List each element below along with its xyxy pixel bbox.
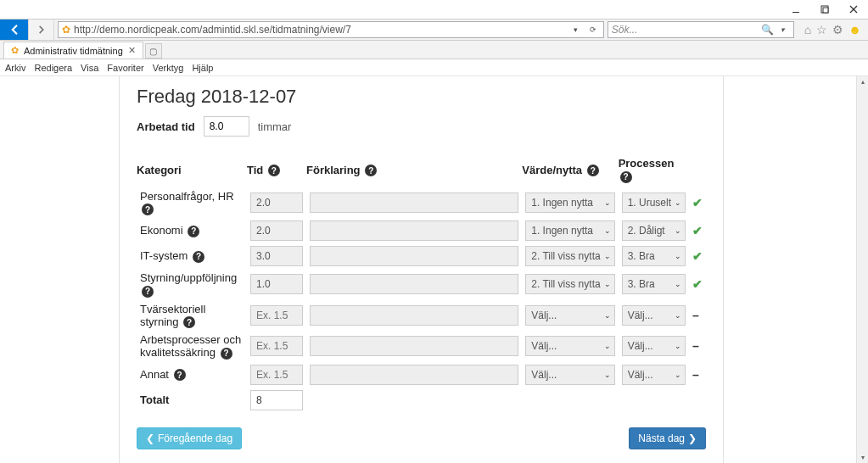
window-restore-button[interactable] (810, 0, 839, 19)
varde-select[interactable]: 2. Till viss nytta⌄ (525, 274, 614, 294)
search-engine-dropdown-icon[interactable]: ▾ (776, 25, 790, 34)
vertical-scrollbar[interactable]: ▴ ▾ (856, 76, 868, 463)
tid-input[interactable] (250, 336, 303, 356)
feedback-icon[interactable]: ☻ (848, 23, 861, 36)
window-close-button[interactable] (839, 0, 868, 19)
forklaring-input[interactable] (310, 192, 518, 213)
menu-visa[interactable]: Visa (81, 63, 98, 73)
menu-hjalp[interactable]: Hjälp (192, 63, 213, 73)
status-ok-icon: ✔ (692, 224, 703, 237)
status-ok-icon: ✔ (692, 249, 703, 263)
tools-icon[interactable]: ⚙ (832, 23, 843, 36)
varde-value: Välj... (531, 340, 557, 352)
chevron-down-icon: ⌄ (604, 252, 611, 260)
forklaring-input[interactable] (310, 274, 518, 294)
tid-input[interactable] (250, 274, 303, 294)
browser-search-input[interactable]: Sök... 🔍 ▾ (608, 21, 794, 38)
prev-day-button[interactable]: ❮ Föregående dag (137, 427, 242, 449)
totals-row: Totalt (137, 390, 706, 410)
address-bar[interactable]: ✿ http://demo.nordicpeak.com/admintid.sk… (58, 21, 604, 38)
next-day-button[interactable]: Nästa dag ❯ (629, 427, 706, 449)
scroll-down-icon[interactable]: ▾ (861, 454, 865, 461)
processen-select[interactable]: 1. Uruselt⌄ (622, 192, 686, 213)
home-icon[interactable]: ⌂ (804, 23, 811, 36)
forklaring-input[interactable] (310, 365, 518, 385)
forklaring-input[interactable] (310, 305, 518, 326)
tab-close-icon[interactable]: ✕ (128, 45, 136, 56)
processen-value: Välj... (628, 369, 653, 381)
processen-select[interactable]: 2. Dåligt⌄ (622, 220, 686, 241)
browser-nav-bar: ✿ http://demo.nordicpeak.com/admintid.sk… (0, 19, 868, 41)
menu-favoriter[interactable]: Favoriter (107, 63, 143, 73)
tid-input[interactable] (250, 305, 303, 326)
processen-value: Välj... (628, 340, 653, 352)
chevron-down-icon: ⌄ (604, 226, 611, 235)
tid-input[interactable] (250, 192, 303, 213)
varde-select[interactable]: 2. Till viss nytta⌄ (525, 246, 614, 266)
processen-value: 3. Bra (628, 278, 655, 290)
varde-select[interactable]: Välj...⌄ (525, 305, 614, 326)
chevron-down-icon: ⌄ (604, 311, 611, 320)
tid-input[interactable] (250, 365, 303, 385)
category-label: Ekonomi (140, 224, 183, 237)
window-minimize-button[interactable] (781, 0, 810, 19)
varde-value: 1. Ingen nytta (531, 225, 593, 237)
nav-forward-button[interactable] (29, 20, 54, 40)
url-history-dropdown-icon[interactable]: ▾ (569, 25, 583, 34)
favorites-icon[interactable]: ☆ (816, 23, 827, 36)
menu-arkiv[interactable]: Arkiv (5, 63, 25, 73)
search-placeholder: Sök... (612, 24, 638, 36)
varde-value: Välj... (531, 369, 557, 381)
chevron-down-icon: ⌄ (604, 342, 611, 350)
varde-value: 2. Till viss nytta (531, 250, 600, 262)
browser-tab-strip: ✿ Administrativ tidmätning ✕ ▢ (0, 41, 868, 59)
varde-select[interactable]: Välj...⌄ (525, 365, 614, 385)
tid-input[interactable] (250, 220, 303, 241)
varde-select[interactable]: 1. Ingen nytta⌄ (525, 192, 614, 213)
worked-time-unit: timmar (258, 120, 292, 133)
worked-time-input[interactable] (204, 116, 249, 137)
help-icon[interactable]: ? (174, 369, 186, 381)
varde-select[interactable]: Välj...⌄ (525, 336, 614, 356)
processen-select[interactable]: Välj...⌄ (622, 305, 686, 326)
help-icon[interactable]: ? (587, 165, 599, 176)
help-icon[interactable]: ? (142, 286, 154, 298)
forklaring-input[interactable] (310, 220, 518, 241)
tid-input[interactable] (250, 246, 303, 266)
processen-value: Välj... (628, 310, 653, 321)
forklaring-input[interactable] (310, 336, 518, 356)
category-label: Styrning/uppföljning (140, 271, 237, 284)
time-grid: Kategori Tid ? Förklaring ? Värde/nytta … (137, 152, 706, 416)
tab-title: Administrativ tidmätning (24, 46, 123, 56)
totals-value (250, 390, 303, 410)
browser-tab[interactable]: ✿ Administrativ tidmätning ✕ (3, 42, 143, 59)
processen-select[interactable]: Välj...⌄ (622, 365, 686, 385)
help-icon[interactable]: ? (188, 226, 199, 237)
help-icon[interactable]: ? (620, 171, 632, 183)
varde-select[interactable]: 1. Ingen nytta⌄ (525, 220, 614, 241)
processen-select[interactable]: Välj...⌄ (622, 336, 686, 356)
help-icon[interactable]: ? (183, 316, 195, 328)
scroll-up-icon[interactable]: ▴ (861, 78, 865, 86)
nav-back-button[interactable] (0, 20, 29, 40)
help-icon[interactable]: ? (193, 251, 204, 263)
help-icon[interactable]: ? (221, 348, 232, 360)
category-label: Tvärsektoriell styrning (140, 303, 205, 328)
help-icon[interactable]: ? (142, 204, 154, 215)
menu-verktyg[interactable]: Verktyg (153, 63, 184, 73)
varde-value: 2. Till viss nytta (531, 278, 600, 290)
processen-select[interactable]: 3. Bra⌄ (622, 246, 686, 266)
status-ok-icon: ✔ (692, 277, 703, 291)
menu-redigera[interactable]: Redigera (34, 63, 72, 73)
day-form-panel: Fredag 2018-12-07 Arbetad tid timmar Kat… (119, 76, 724, 463)
search-icon[interactable]: 🔍 (761, 24, 773, 36)
refresh-icon[interactable]: ⟳ (586, 25, 600, 34)
help-icon[interactable]: ? (365, 165, 377, 176)
forklaring-input[interactable] (310, 246, 518, 266)
processen-select[interactable]: 3. Bra⌄ (622, 274, 686, 294)
new-tab-button[interactable]: ▢ (145, 43, 162, 59)
status-empty-icon: – (692, 368, 699, 382)
totals-label: Totalt (140, 393, 169, 406)
help-icon[interactable]: ? (268, 165, 280, 176)
processen-value: 1. Uruselt (628, 197, 671, 209)
